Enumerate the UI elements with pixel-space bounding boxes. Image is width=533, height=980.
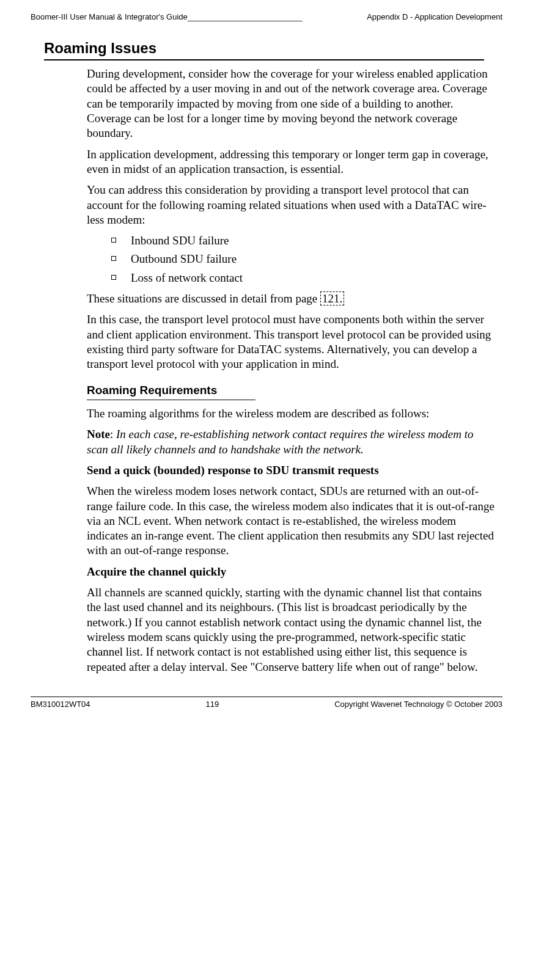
list-item: Inbound SDU failure [111, 233, 496, 248]
note-label: Note [87, 428, 110, 441]
page-cross-reference[interactable]: 121. [320, 291, 344, 305]
list-item: Loss of network contact [111, 271, 496, 285]
footer-left: BM310012WT04 [31, 700, 90, 709]
body: During development, consider how the cov… [87, 67, 496, 675]
note-separator: : [110, 428, 116, 441]
running-header: Boomer-III User Manual & Integrator's Gu… [31, 12, 502, 21]
paragraph: During development, consider how the cov… [87, 67, 496, 141]
paragraph: All channels are scanned quickly, starti… [87, 585, 496, 675]
list-item: Outbound SDU failure [111, 252, 496, 266]
header-right: Appendix D - Application Development [367, 12, 502, 21]
text: These situations are discussed in detail… [87, 292, 320, 305]
footer-page-number: 119 [206, 700, 219, 709]
run-in-text: Send a quick (bounded) response to SDU t… [87, 464, 379, 477]
paragraph: In application development, addressing t… [87, 147, 496, 177]
paragraph: The roaming algorithms for the wireless … [87, 406, 496, 421]
footer-right: Copyright Wavenet Technology © October 2… [334, 700, 502, 709]
note: Note: In each case, re-establishing netw… [87, 427, 496, 457]
footer: BM310012WT04 119 Copyright Wavenet Techn… [31, 697, 502, 709]
run-in-heading: Send a quick (bounded) response to SDU t… [87, 463, 496, 478]
bullet-list: Inbound SDU failure Outbound SDU failure… [111, 233, 496, 285]
page: Boomer-III User Manual & Integrator's Gu… [0, 0, 533, 721]
paragraph: When the wireless modem loses network co… [87, 484, 496, 558]
run-in-heading: Acquire the channel quickly [87, 565, 496, 579]
subsection-title: Roaming Requirements [87, 383, 255, 400]
paragraph: These situations are discussed in detail… [87, 291, 496, 306]
header-left: Boomer-III User Manual & Integrator's Gu… [31, 12, 303, 21]
paragraph: In this case, the transport level protoc… [87, 312, 496, 371]
section-title: Roaming Issues [44, 40, 484, 60]
run-in-text: Acquire the channel quickly [87, 565, 226, 578]
note-body: In each case, re-establishing network co… [87, 428, 474, 455]
paragraph: You can address this consideration by pr… [87, 183, 496, 227]
